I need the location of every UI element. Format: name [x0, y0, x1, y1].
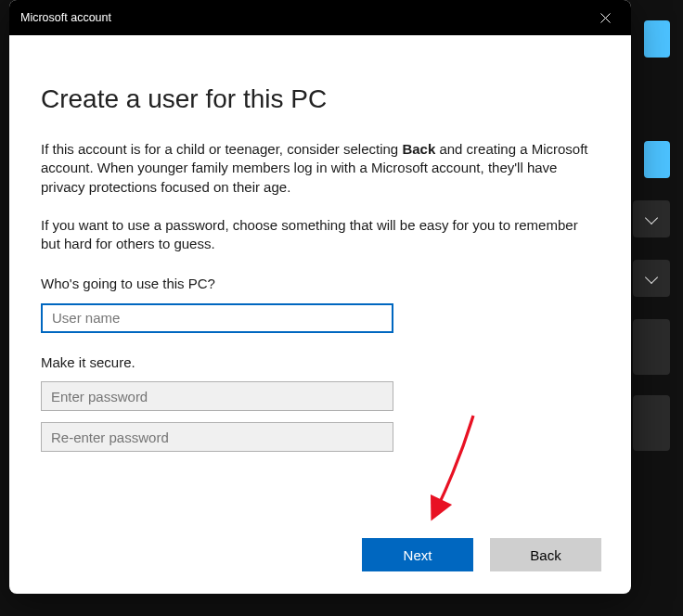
dialog-content: Create a user for this PC If this accoun…	[9, 35, 631, 594]
para1-text-pre: If this account is for a child or teenag…	[41, 141, 402, 157]
username-input[interactable]	[41, 303, 393, 333]
username-label: Who's going to use this PC?	[41, 275, 599, 294]
background-panel-2[interactable]	[633, 260, 670, 297]
close-icon	[600, 13, 611, 23]
dialog-titlebar: Microsoft account	[9, 0, 631, 35]
page-heading: Create a user for this PC	[41, 82, 599, 118]
intro-paragraph-2: If you want to use a password, choose so…	[41, 216, 599, 254]
back-button[interactable]: Back	[490, 538, 601, 571]
dialog-buttons: Next Back	[362, 538, 601, 571]
password-confirm-input[interactable]	[41, 422, 393, 452]
password-input[interactable]	[41, 381, 393, 411]
secure-label: Make it secure.	[41, 353, 599, 373]
para1-back-strong: Back	[402, 141, 435, 157]
background-accent-tile-2	[644, 141, 670, 178]
chevron-down-icon	[645, 211, 658, 224]
chevron-down-icon	[645, 270, 658, 283]
dialog-title: Microsoft account	[20, 11, 585, 24]
background-accent-tile-1	[644, 20, 670, 58]
close-button[interactable]	[585, 4, 625, 32]
next-button[interactable]: Next	[362, 538, 473, 571]
create-user-dialog: Microsoft account Create a user for this…	[9, 0, 631, 594]
background-panel-4[interactable]	[633, 395, 670, 451]
background-panel-3[interactable]	[633, 319, 670, 375]
intro-paragraph-1: If this account is for a child or teenag…	[41, 140, 599, 198]
background-panel-1[interactable]	[633, 200, 670, 237]
